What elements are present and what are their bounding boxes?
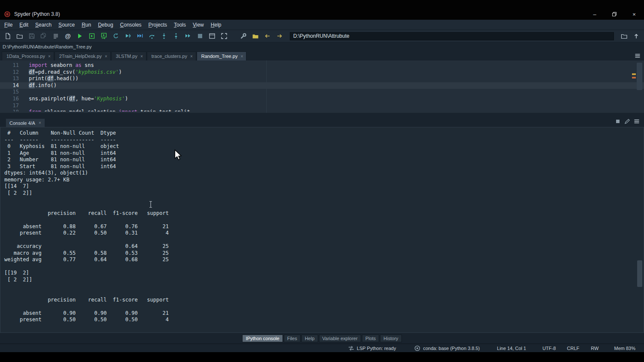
code-line-14[interactable]: 14df.info() — [0, 82, 644, 89]
plugin-tab-files[interactable]: Files — [284, 335, 301, 342]
maximize-pane-button[interactable] — [207, 31, 217, 41]
titlebar: Spyder (Python 3.8) – × — [0, 0, 644, 20]
spyder-logo-icon — [4, 11, 11, 18]
editor-tab-label: 3LSTM.py — [116, 54, 137, 59]
menu-projects[interactable]: Projects — [145, 22, 170, 28]
editor-tab-2Train_HelpDesk.py[interactable]: 2Train_HelpDesk.py× — [55, 51, 111, 60]
code-text: df=pd.read_csv('kyphosis.csv') — [29, 69, 122, 76]
close-button[interactable]: × — [624, 9, 644, 20]
editor-tab-1Data_Process.py[interactable]: 1Data_Process.py× — [2, 51, 54, 60]
code-editor[interactable]: 11import seaborn as sns12df=pd.read_csv(… — [0, 60, 644, 113]
back-button[interactable] — [263, 31, 272, 41]
menu-source[interactable]: Source — [55, 22, 78, 28]
options-menu-button[interactable] — [632, 117, 641, 126]
mouse-cursor — [174, 149, 182, 163]
toolbar-right-icons — [618, 31, 642, 41]
console-tab-label: Console 4/A — [9, 121, 35, 126]
editor-tab-label: Random_Tree.py — [201, 54, 238, 59]
code-line-18[interactable]: 18from sklearn.model_selection import tr… — [0, 109, 644, 112]
run-cell-button[interactable] — [87, 31, 97, 41]
editor-tab-Random_Tree.py[interactable]: Random_Tree.py× — [197, 51, 246, 60]
console-tabbar: Console 4/A × — [0, 116, 644, 127]
preferences-button[interactable] — [239, 31, 248, 41]
fullscreen-button[interactable] — [219, 31, 229, 41]
lsp-status: LSP Python: ready — [348, 345, 396, 352]
plugin-tab-help[interactable]: Help — [301, 335, 318, 342]
debug-file-button[interactable] — [135, 31, 145, 41]
menu-help[interactable]: Help — [207, 22, 225, 28]
step-over-button[interactable] — [147, 31, 157, 41]
code-line-11[interactable]: 11import seaborn as sns — [0, 62, 644, 69]
browse-dir-button[interactable] — [620, 31, 629, 41]
spyder-window: Spyder (Python 3.8) – × FileEditSearchSo… — [0, 0, 644, 352]
close-icon[interactable]: × — [39, 121, 41, 125]
ipython-console[interactable]: # Column Non-Null Count Dtype --- ------… — [0, 127, 644, 333]
code-line-17[interactable]: 17 — [0, 103, 644, 109]
minimize-button[interactable]: – — [585, 9, 605, 20]
editor-tab-trace_clusters.py[interactable]: trace_clusters.py× — [147, 51, 196, 60]
line-number: 16 — [0, 96, 19, 103]
menu-view[interactable]: View — [189, 22, 207, 28]
maximize-button[interactable] — [605, 9, 624, 20]
close-icon[interactable]: × — [240, 54, 243, 59]
step-return-button[interactable] — [171, 31, 181, 41]
editor-tabbar: 1Data_Process.py×2Train_HelpDesk.py×3LST… — [0, 51, 644, 60]
browse-tabs-button[interactable] — [633, 52, 642, 60]
rerun-cell-button[interactable] — [111, 31, 121, 41]
plugin-tab-ipython-console[interactable]: IPython console — [242, 335, 283, 342]
code-text: sns.pairplot(df, hue='Kyphosis') — [29, 96, 128, 103]
step-into-button[interactable] — [159, 31, 169, 41]
open-file-button[interactable] — [15, 31, 24, 41]
parent-dir-button[interactable] — [632, 31, 641, 41]
line-number: 11 — [0, 62, 19, 69]
working-directory-field[interactable]: D:\PythonRUN\Attrubute — [290, 32, 614, 40]
new-file-button[interactable] — [3, 31, 12, 41]
interrupt-kernel-button[interactable] — [613, 117, 623, 126]
save-file-button[interactable] — [27, 31, 36, 41]
menu-edit[interactable]: Edit — [16, 22, 32, 28]
symbol-finder-button[interactable]: @ — [63, 31, 73, 41]
editor-scrollbar-thumb[interactable] — [637, 63, 642, 90]
code-text: import seaborn as sns — [29, 62, 94, 69]
editor-tab-3LSTM.py[interactable]: 3LSTM.py× — [111, 51, 146, 60]
text-cursor — [149, 201, 153, 210]
close-icon[interactable]: × — [105, 54, 107, 59]
menu-tools[interactable]: Tools — [170, 22, 189, 28]
line-number: 17 — [0, 103, 19, 109]
toolbar: @ D:\PythonRUN\Attrubute — [0, 30, 644, 42]
eol-status: CRLF — [567, 346, 580, 351]
warning-marker — [632, 73, 636, 75]
interpreter-status[interactable]: conda: base (Python 3.8.5) — [414, 345, 480, 352]
code-line-16[interactable]: 16sns.pairplot(df, hue='Kyphosis') — [0, 96, 644, 103]
console-scrollbar-thumb[interactable] — [637, 260, 642, 287]
plugin-tab-plots[interactable]: Plots — [362, 335, 379, 342]
run-file-button[interactable] — [75, 31, 85, 41]
menu-consoles[interactable]: Consoles — [117, 22, 145, 28]
run-selection-button[interactable] — [123, 31, 133, 41]
continue-debug-button[interactable] — [183, 31, 193, 41]
menu-run[interactable]: Run — [78, 22, 94, 28]
line-number: 12 — [0, 69, 19, 76]
forward-button[interactable] — [275, 31, 284, 41]
menu-search[interactable]: Search — [32, 22, 55, 28]
close-icon[interactable]: × — [140, 54, 143, 59]
code-line-15[interactable]: 15 — [0, 89, 644, 96]
plugin-tab-variable-explorer[interactable]: Variable explorer — [319, 335, 361, 342]
save-all-button[interactable] — [39, 31, 49, 41]
code-line-12[interactable]: 12df=pd.read_csv('kyphosis.csv') — [0, 69, 644, 76]
close-icon[interactable]: × — [48, 54, 51, 59]
menu-file[interactable]: File — [1, 22, 16, 28]
console-tab[interactable]: Console 4/A × — [6, 118, 45, 127]
pythonpath-button[interactable] — [251, 31, 260, 41]
line-number: 15 — [0, 89, 19, 96]
code-line-13[interactable]: 13print(df.head()) — [0, 75, 644, 82]
close-icon[interactable]: × — [190, 54, 193, 59]
plugin-tab-history[interactable]: History — [380, 335, 401, 342]
stop-debug-button[interactable] — [195, 31, 205, 41]
run-cell-advance-button[interactable] — [99, 31, 109, 41]
memory-status: Mem 83% — [614, 346, 635, 351]
menu-debug[interactable]: Debug — [94, 22, 116, 28]
cursor-position: Line 14, Col 1 — [497, 346, 526, 351]
file-switcher-button[interactable] — [51, 31, 61, 41]
clear-console-button[interactable] — [623, 117, 632, 126]
